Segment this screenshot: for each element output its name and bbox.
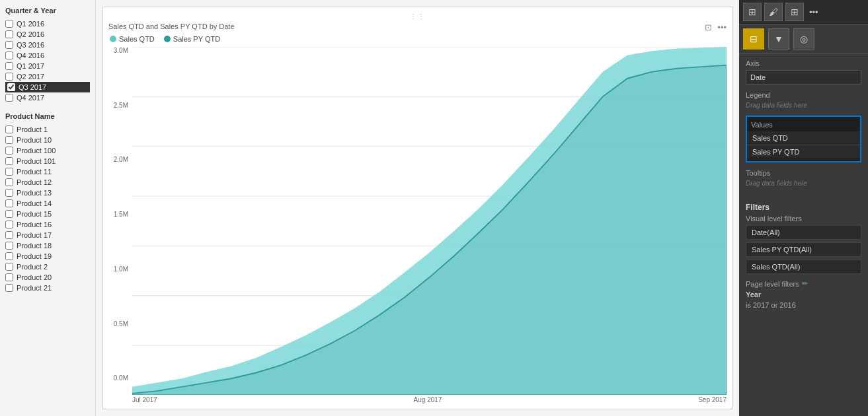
legend-dot-sales-py-qtd xyxy=(164,36,171,42)
chart-title: Sales QTD and Sales PY QTD by Date xyxy=(108,22,235,30)
product-filter-item[interactable]: Product 16 xyxy=(5,219,90,230)
drag-dots-icon: ⋮⋮ xyxy=(410,13,426,20)
year-filter-field: Year xyxy=(746,291,761,298)
chart-actions: ⊡ ••• xyxy=(705,22,727,32)
filters-sublabel: Visual level filters xyxy=(739,213,868,224)
y-axis-label: 3.0M xyxy=(114,47,128,54)
quarter-filter-item[interactable]: Q2 2017 xyxy=(5,71,90,82)
grid-icon-1: ⊞ xyxy=(748,7,756,17)
y-axis-label: 1.0M xyxy=(114,265,128,273)
filters-title: Filters xyxy=(739,199,868,213)
edit-icon[interactable]: ✏ xyxy=(802,279,808,288)
filter-well-date[interactable]: Date(All) xyxy=(746,225,861,240)
filter-well-sales-py-qtd[interactable]: Sales PY QTD(All) xyxy=(746,242,861,257)
product-filter-item[interactable]: Product 20 xyxy=(5,272,90,283)
product-filter-item[interactable]: Product 17 xyxy=(5,230,90,240)
quarter-filter-item[interactable]: Q4 2017 xyxy=(5,92,90,103)
y-axis-label: 0.0M xyxy=(114,374,128,382)
product-filter-item[interactable]: Product 21 xyxy=(5,283,90,293)
product-filter-item[interactable]: Product 18 xyxy=(5,240,90,251)
panel-icon-3[interactable]: ◎ xyxy=(793,28,814,50)
x-axis-label: Jul 2017 xyxy=(132,396,157,403)
tooltips-section: Tooltips Drag data fields here xyxy=(746,169,861,187)
right-panel: ⊞ 🖌 ⊞ ••• ⊟ ▼ ◎ Axis Date Legend Drag da xyxy=(739,0,868,416)
legend-item-sales-py-qtd: Sales PY QTD xyxy=(164,35,220,43)
legend-label-sales-py-qtd: Sales PY QTD xyxy=(173,35,220,43)
values-well-sales-qtd[interactable]: Sales QTD xyxy=(747,131,860,145)
grid-icon-2: ⊞ xyxy=(791,7,799,17)
legend-drag-hint: Drag data fields here xyxy=(746,102,861,109)
product-filter-item[interactable]: Product 100 xyxy=(5,145,90,156)
filter-icon: ▼ xyxy=(774,34,783,44)
quarter-filter-section: Quarter & Year Q1 2016Q2 2016Q3 2016Q4 2… xyxy=(5,7,90,103)
panel-icons-row: ⊟ ▼ ◎ xyxy=(739,24,868,54)
analytics-icon: ◎ xyxy=(800,34,808,44)
y-axis-label: 1.5M xyxy=(114,211,128,218)
x-axis: Jul 2017Aug 2017Sep 2017 xyxy=(108,396,727,403)
right-panel-toolbar: ⊞ 🖌 ⊞ ••• xyxy=(739,0,868,24)
product-filter-item[interactable]: Product 14 xyxy=(5,198,90,209)
values-box-title: Values xyxy=(747,120,860,131)
product-filter-item[interactable]: Product 2 xyxy=(5,261,90,272)
panel-icon-2[interactable]: ▼ xyxy=(768,28,789,50)
year-filter-value: is 2017 or 2016 xyxy=(739,300,868,310)
fields-panel: Axis Date Legend Drag data fields here V… xyxy=(739,54,868,199)
values-box: Values Sales QTD Sales PY QTD xyxy=(746,116,861,162)
page-filters-text: Page level filters xyxy=(746,280,799,288)
axis-date-well[interactable]: Date xyxy=(746,70,861,85)
quarter-filter-item[interactable]: Q3 2016 xyxy=(5,40,90,50)
legend-label: Legend xyxy=(746,91,861,99)
product-filter-item[interactable]: Product 19 xyxy=(5,251,90,261)
values-well-sales-py-qtd[interactable]: Sales PY QTD xyxy=(747,145,860,158)
more-options-icon[interactable]: ••• xyxy=(717,22,727,32)
y-axis-label: 2.5M xyxy=(114,102,128,109)
panel-icon-active[interactable]: ⊟ xyxy=(743,28,764,50)
tooltips-drag-hint: Drag data fields here xyxy=(746,180,861,187)
left-filter-panel: Quarter & Year Q1 2016Q2 2016Q3 2016Q4 2… xyxy=(0,0,96,416)
chart-svg xyxy=(132,47,727,395)
quarter-section-title: Quarter & Year xyxy=(5,7,90,15)
product-filter-item[interactable]: Product 11 xyxy=(5,166,90,177)
chart-drag-handle[interactable]: ⋮⋮ xyxy=(108,13,727,20)
product-filter-item[interactable]: Product 101 xyxy=(5,156,90,166)
product-filter-item[interactable]: Product 13 xyxy=(5,188,90,198)
x-axis-label: Aug 2017 xyxy=(414,396,442,403)
legend-dot-sales-qtd xyxy=(110,36,116,42)
chart-header: Sales QTD and Sales PY QTD by Date ⊡ ••• xyxy=(108,22,727,32)
product-filter-item[interactable]: Product 12 xyxy=(5,177,90,188)
product-filter-item[interactable]: Product 15 xyxy=(5,209,90,219)
chart-container: ⋮⋮ Sales QTD and Sales PY QTD by Date ⊡ … xyxy=(102,7,732,409)
more-button[interactable]: ••• xyxy=(807,6,821,18)
tooltips-label: Tooltips xyxy=(746,169,861,177)
y-axis-label: 0.5M xyxy=(114,320,128,328)
page-filters-label: Page level filters ✏ xyxy=(746,279,861,288)
expand-icon[interactable]: ⊡ xyxy=(705,22,712,32)
axis-section: Axis Date xyxy=(746,59,861,85)
chart-body: 3.0M2.5M2.0M1.5M1.0M0.5M0.0M xyxy=(108,47,727,395)
legend-section: Legend Drag data fields here xyxy=(746,91,861,109)
paint-icon: 🖌 xyxy=(769,7,778,17)
product-items-list: Product 1Product 10Product 100Product 10… xyxy=(5,124,90,293)
quarter-filter-item[interactable]: Q1 2017 xyxy=(5,61,90,71)
x-axis-label: Sep 2017 xyxy=(698,396,727,403)
table-icon: ⊟ xyxy=(750,34,758,44)
year-filter-label: Year xyxy=(739,289,868,300)
page-filters-section: Page level filters ✏ xyxy=(739,275,868,289)
toolbar-icon-3[interactable]: ⊞ xyxy=(785,3,804,21)
y-axis-label: 2.0M xyxy=(114,156,128,163)
chart-svg-area xyxy=(132,47,727,395)
quarter-filter-item[interactable]: Q3 2017 xyxy=(5,82,90,92)
product-filter-item[interactable]: Product 10 xyxy=(5,135,90,145)
filter-well-sales-qtd[interactable]: Sales QTD(All) xyxy=(746,260,861,274)
y-axis: 3.0M2.5M2.0M1.5M1.0M0.5M0.0M xyxy=(108,47,132,395)
product-section-title: Product Name xyxy=(5,112,90,120)
toolbar-icon-1[interactable]: ⊞ xyxy=(743,3,762,21)
product-filter-item[interactable]: Product 1 xyxy=(5,124,90,135)
quarter-filter-item[interactable]: Q1 2016 xyxy=(5,18,90,29)
chart-legend: Sales QTD Sales PY QTD xyxy=(108,35,727,43)
quarter-items-list: Q1 2016Q2 2016Q3 2016Q4 2016Q1 2017Q2 20… xyxy=(5,18,90,103)
quarter-filter-item[interactable]: Q4 2016 xyxy=(5,50,90,61)
product-filter-section: Product Name Product 1Product 10Product … xyxy=(5,112,90,293)
toolbar-icon-2[interactable]: 🖌 xyxy=(764,3,783,21)
quarter-filter-item[interactable]: Q2 2016 xyxy=(5,29,90,40)
